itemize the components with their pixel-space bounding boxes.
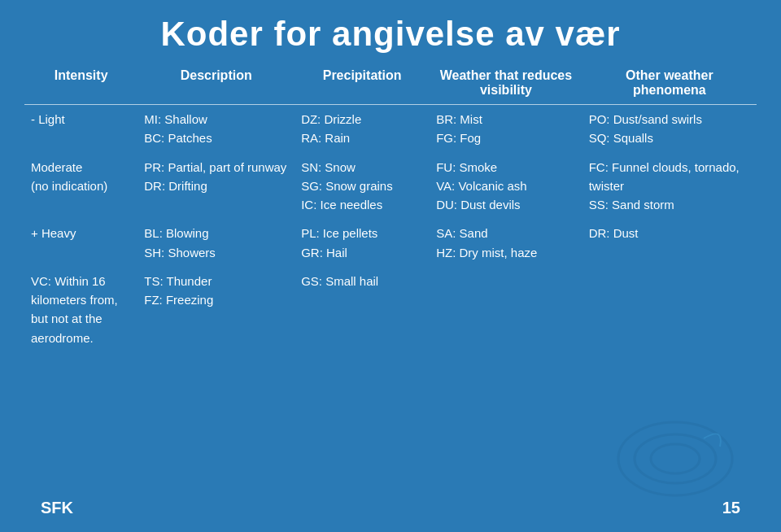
col-header-other: Other weather phenomena [582,65,757,105]
footer-right: 15 [722,499,740,517]
cell-intensity-1: Moderate(no indication) [24,153,137,220]
footer-left: SFK [41,499,73,517]
col-header-intensity: Intensity [24,65,137,105]
cell-visibility-1: FU: SmokeVA: Volcanic ashDU: Dust devils [430,153,582,220]
svg-point-2 [651,444,700,473]
col-header-description: Description [137,65,295,105]
footer: SFK 15 [0,499,781,517]
title: Koder for angivelse av vær [0,0,781,65]
table-row: - LightMI: ShallowBC: PatchesDZ: Drizzle… [24,105,757,153]
cell-precipitation-1: SN: SnowSG: Snow grainsIC: Ice needles [295,153,430,220]
svg-point-1 [635,434,716,483]
cell-description-0: MI: ShallowBC: Patches [137,105,295,153]
cell-description-2: BL: BlowingSH: Showers [137,219,295,267]
decorative-circles [578,394,740,499]
table-row: + HeavyBL: BlowingSH: ShowersPL: Ice pel… [24,219,757,267]
table-row: VC: Within 16 kilometers from, but not a… [24,267,757,352]
col-header-precipitation: Precipitation [295,65,430,105]
cell-other-2: DR: Dust [582,219,757,267]
main-table-area: Intensity Description Precipitation Weat… [0,65,781,352]
cell-other-3 [582,267,757,352]
cell-visibility-2: SA: SandHZ: Dry mist, haze [430,219,582,267]
cell-intensity-2: + Heavy [24,219,137,267]
cell-other-1: FC: Funnel clouds, tornado, twisterSS: S… [582,153,757,220]
cell-intensity-3: VC: Within 16 kilometers from, but not a… [24,267,137,352]
cell-description-1: PR: Partial, part of runwayDR: Drifting [137,153,295,220]
cell-visibility-3 [430,267,582,352]
cell-precipitation-3: GS: Small hail [295,267,430,352]
cell-precipitation-0: DZ: DrizzleRA: Rain [295,105,430,153]
cell-visibility-0: BR: MistFG: Fog [430,105,582,153]
cell-other-0: PO: Dust/sand swirlsSQ: Squalls [582,105,757,153]
weather-codes-table: Intensity Description Precipitation Weat… [24,65,757,352]
table-row: Moderate(no indication)PR: Partial, part… [24,153,757,220]
cell-intensity-0: - Light [24,105,137,153]
cell-precipitation-2: PL: Ice pelletsGR: Hail [295,219,430,267]
cell-description-3: TS: ThunderFZ: Freezing [137,267,295,352]
col-header-visibility: Weather that reduces visibility [430,65,582,105]
